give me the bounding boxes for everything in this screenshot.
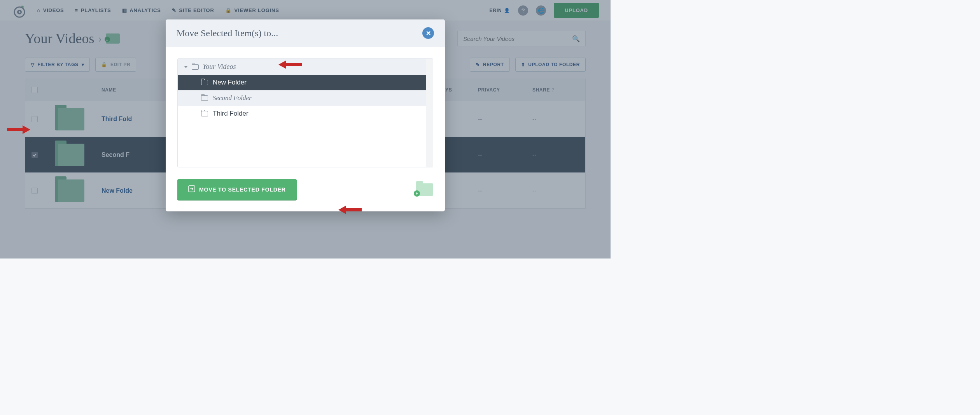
folder-icon: [192, 64, 199, 70]
folder-icon: [201, 80, 208, 85]
modal-header: Move Selected Item(s) to... ✕: [166, 19, 445, 47]
annotation-arrow: [338, 206, 362, 214]
svg-marker-6: [338, 206, 346, 214]
create-folder-button[interactable]: [416, 183, 433, 196]
tree-item-new-folder[interactable]: New Folder: [178, 75, 433, 90]
tree-scrollbar[interactable]: [426, 59, 433, 167]
folder-icon: [201, 95, 208, 101]
folder-icon: [201, 111, 208, 116]
tree-item-second-folder[interactable]: Second Folder: [178, 90, 433, 106]
caret-down-icon: [184, 66, 188, 68]
close-icon[interactable]: ✕: [422, 27, 434, 39]
modal-title: Move Selected Item(s) to...: [177, 28, 278, 39]
annotation-arrow: [278, 60, 302, 69]
tree-root[interactable]: Your Videos: [178, 59, 433, 75]
folder-tree: Your Videos New Folder Second Folder Thi…: [177, 58, 433, 167]
move-icon: [188, 185, 195, 193]
move-to-selected-folder-button[interactable]: MOVE TO SELECTED FOLDER: [177, 179, 297, 200]
svg-marker-4: [23, 125, 30, 134]
annotation-arrow: [7, 125, 30, 134]
tree-item-third-folder[interactable]: Third Folder: [178, 106, 433, 121]
move-modal: Move Selected Item(s) to... ✕ Your Video…: [166, 19, 445, 211]
svg-marker-5: [278, 60, 286, 69]
